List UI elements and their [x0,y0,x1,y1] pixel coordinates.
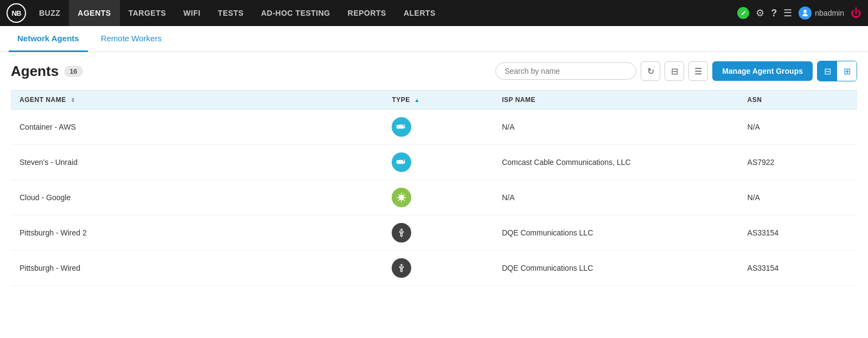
svg-point-13 [401,233,402,234]
agent-type [383,251,493,286]
agent-isp: N/A [493,110,738,145]
agent-name: Cloud - Google [11,180,383,215]
table-row: Container - AWS N/A N/A [11,110,857,145]
col-header-type[interactable]: TYPE ▲ [383,91,493,110]
type-icon [392,223,411,243]
nav-item-adhoc[interactable]: AD-HOC TESTING [252,0,339,26]
top-nav: NB BUZZ AGENTS TARGETS WIFI TESTS AD-HOC… [0,0,868,26]
logo-text: NB [12,9,21,17]
user-icon [801,9,809,17]
agents-table: AGENT NAME ⇕ TYPE ▲ ISP NAME ASN Contain… [11,90,857,286]
user-section[interactable]: nbadmin [799,7,844,20]
grid-view-button[interactable]: ⊞ [837,61,857,81]
agent-type [383,145,493,180]
tab-network-agents[interactable]: Network Agents [9,26,88,52]
table-view-button[interactable]: ⊟ [818,61,837,81]
svg-point-5 [404,124,405,125]
status-indicator: ✓ [737,7,749,19]
list-icon: ☰ [694,66,702,76]
username: nbadmin [815,9,844,17]
agent-asn: AS33154 [739,251,857,286]
agent-type [383,215,493,251]
type-icon [392,188,411,207]
notifications-icon[interactable]: ☰ [783,7,792,19]
help-icon[interactable]: ? [771,8,777,19]
agent-isp: DQE Communications LLC [493,215,738,251]
table-row: Steven's - Unraid Comcast Cable Communic… [11,145,857,180]
nav-right: ✓ ⚙ ? ☰ nbadmin ⏻ [737,7,861,20]
user-avatar [799,7,812,20]
agent-asn: AS33154 [739,215,857,251]
agent-asn: N/A [739,180,857,215]
col-header-asn[interactable]: ASN [739,91,857,110]
type-icon [392,152,411,172]
nav-item-reports[interactable]: REPORTS [339,0,395,26]
sort-icon-type: ▲ [414,97,420,103]
agent-name: Pittsburgh - Wired 2 [11,215,383,251]
table-view-icon: ⊟ [824,66,831,76]
agents-header: Agents 16 ↻ ⊟ ☰ Manage Agent Groups ⊟ ⊞ [11,61,857,81]
table-header-row: AGENT NAME ⇕ TYPE ▲ ISP NAME ASN [11,91,857,110]
nav-item-buzz[interactable]: BUZZ [30,0,69,26]
agent-name: Steven's - Unraid [11,145,383,180]
nav-item-alerts[interactable]: ALERTS [395,0,444,26]
list-view-button[interactable]: ☰ [688,61,708,81]
agent-isp: Comcast Cable Communications, LLC [493,145,738,180]
nav-item-tests[interactable]: TESTS [209,0,253,26]
nav-item-targets[interactable]: TARGETS [120,0,175,26]
col-header-isp[interactable]: ISP NAME [493,91,738,110]
agent-name: Container - AWS [11,110,383,145]
agents-actions: ↻ ⊟ ☰ Manage Agent Groups ⊟ ⊞ [495,61,857,81]
col-header-name[interactable]: AGENT NAME ⇕ [11,91,383,110]
page-title: Agents [11,63,59,80]
nav-item-wifi[interactable]: WIFI [175,0,209,26]
view-toggle: ⊟ ⊞ [817,61,857,81]
agent-isp: DQE Communications LLC [493,251,738,286]
agent-asn: N/A [739,110,857,145]
nav-item-agents[interactable]: AGENTS [69,0,119,26]
agent-type [383,110,493,145]
content-area: Agents 16 ↻ ⊟ ☰ Manage Agent Groups ⊟ ⊞ [0,52,868,295]
table-row: Pittsburgh - Wired 2 DQE Communications … [11,215,857,251]
grid-view-icon: ⊞ [844,66,851,76]
refresh-button[interactable]: ↻ [641,61,660,81]
agent-type [383,180,493,215]
svg-point-14 [401,268,402,269]
checkmark-icon: ✓ [741,9,746,17]
filter-icon: ⊟ [671,66,678,76]
refresh-icon: ↻ [647,66,654,76]
filter-button[interactable]: ⊟ [665,61,684,81]
type-icon [392,258,411,278]
search-input[interactable] [495,62,636,80]
table-row: Pittsburgh - Wired DQE Communications LL… [11,251,857,286]
nav-items: BUZZ AGENTS TARGETS WIFI TESTS AD-HOC TE… [30,0,737,26]
manage-agent-groups-button[interactable]: Manage Agent Groups [712,61,813,81]
agent-isp: N/A [493,180,738,215]
tabs-bar: Network Agents Remote Workers [0,26,868,52]
tab-remote-workers[interactable]: Remote Workers [92,26,170,52]
logo[interactable]: NB [7,3,26,23]
type-icon [392,117,411,137]
settings-icon[interactable]: ⚙ [756,7,764,19]
svg-point-11 [404,160,405,161]
agents-count-badge: 16 [64,66,82,77]
agent-asn: AS7922 [739,145,857,180]
agent-name: Pittsburgh - Wired [11,251,383,286]
table-row: Cloud - Google N/A N/A [11,180,857,215]
sort-icon-name: ⇕ [71,97,75,103]
logout-icon[interactable]: ⏻ [851,7,861,20]
